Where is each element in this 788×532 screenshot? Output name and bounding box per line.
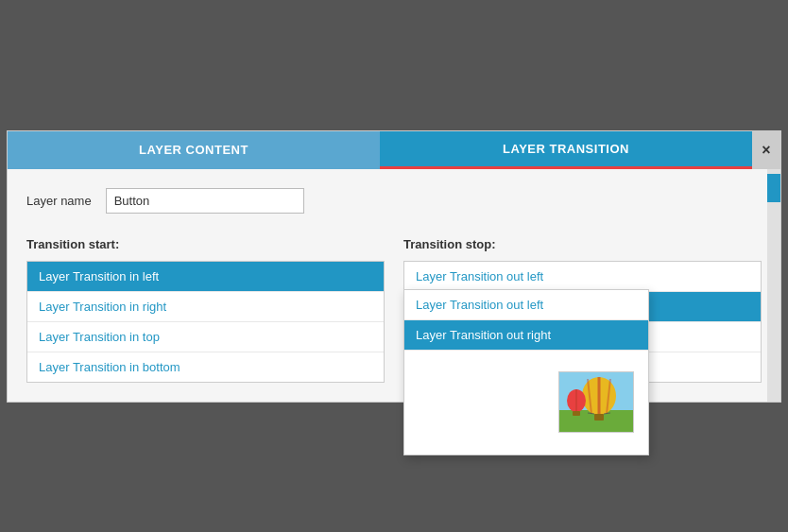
svg-rect-7 <box>594 414 604 420</box>
dropdown-popup: Layer Transition out left Layer Transiti… <box>403 289 649 455</box>
dropdown-preview <box>404 351 648 455</box>
columns: Transition start: Layer Transition in le… <box>26 237 762 383</box>
scrollbar-thumb[interactable] <box>767 174 780 202</box>
tab-layer-transition[interactable]: LAYER TRANSITION <box>380 131 752 169</box>
svg-rect-12 <box>573 411 580 416</box>
list-item[interactable]: Layer Transition in left <box>27 262 384 292</box>
transition-start-column: Transition start: Layer Transition in le… <box>26 237 385 383</box>
modal: LAYER CONTENT LAYER TRANSITION × Layer n… <box>7 130 781 403</box>
transition-stop-item-1[interactable]: Layer Transition out left <box>404 262 761 292</box>
transition-stop-title: Transition stop: <box>403 237 762 251</box>
transition-start-title: Transition start: <box>26 237 385 251</box>
layer-name-label: Layer name <box>26 194 92 208</box>
list-item[interactable]: Layer Transition in right <box>27 292 384 322</box>
layer-name-row: Layer name <box>26 188 762 214</box>
list-item[interactable]: Layer Transition in bottom <box>27 352 384 382</box>
dropdown-item-1[interactable]: Layer Transition out left <box>404 290 648 320</box>
modal-body: Layer name Transition start: Layer Trans… <box>8 169 780 402</box>
transition-start-list: Layer Transition in left Layer Transitio… <box>26 261 385 383</box>
layer-name-input[interactable] <box>106 188 304 214</box>
preview-svg <box>559 372 634 433</box>
scrollbar[interactable] <box>767 169 780 402</box>
close-button[interactable]: × <box>752 131 780 169</box>
list-item[interactable]: Layer Transition in top <box>27 322 384 352</box>
modal-header: LAYER CONTENT LAYER TRANSITION × <box>8 131 780 169</box>
dropdown-item-2[interactable]: Layer Transition out right <box>404 320 648 351</box>
tab-layer-content[interactable]: LAYER CONTENT <box>8 131 380 169</box>
preview-thumbnail <box>558 371 634 433</box>
transition-stop-column: Transition stop: Layer Transition out le… <box>403 237 762 383</box>
